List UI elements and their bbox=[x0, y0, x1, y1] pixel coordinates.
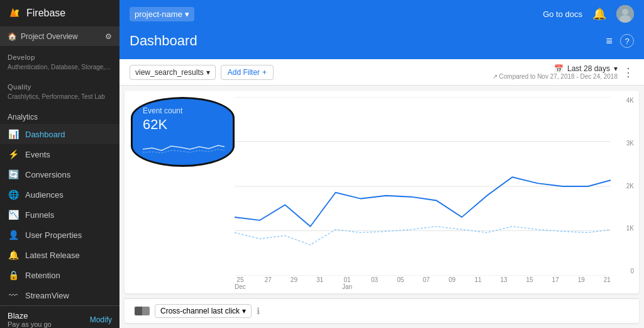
nav-funnels-icon: 📉 bbox=[8, 210, 19, 220]
channel-icon bbox=[135, 307, 150, 315]
nav-user-properties-icon: 👤 bbox=[8, 230, 19, 240]
nav-streamview-label: StreamView bbox=[25, 291, 69, 300]
gear-icon[interactable]: ⚙ bbox=[105, 32, 112, 41]
event-card-count: 62K bbox=[143, 116, 223, 133]
channel-label: Cross-channel last click bbox=[160, 307, 240, 315]
event-count-card: Event count 62K bbox=[131, 97, 235, 167]
date-range-selector[interactable]: 📅 Last 28 days ▾ bbox=[554, 64, 618, 73]
sidebar-item-events[interactable]: ⚡ Events bbox=[0, 144, 119, 164]
nav-latest-release-label: Latest Release bbox=[25, 251, 80, 260]
notifications-icon[interactable]: 🔔 bbox=[592, 7, 606, 21]
sidebar-item-streamview[interactable]: 〰 StreamView bbox=[0, 285, 119, 305]
date-compared-label: ↗ Compared to Nov 27, 2018 - Dec 24, 201… bbox=[492, 73, 618, 80]
customize-icon[interactable]: ≡ bbox=[606, 35, 613, 48]
project-name-label: project-name bbox=[135, 9, 182, 19]
nav-dashboard-icon: 📊 bbox=[8, 129, 19, 139]
main-chart bbox=[235, 97, 611, 276]
nav-conversions-label: Conversions bbox=[25, 170, 70, 179]
more-options-button[interactable]: ⋮ bbox=[623, 65, 634, 79]
filter-value-label: view_search_results bbox=[135, 68, 204, 77]
nav-retention-label: Retention bbox=[25, 271, 60, 280]
chart-area: Event count 62K 4K 3K 2K 1K bbox=[125, 91, 639, 293]
sidebar-item-audiences[interactable]: 🌐 Audiences bbox=[0, 184, 119, 205]
sidebar: Firebase 🏠 Project Overview ⚙ Develop Au… bbox=[0, 0, 119, 328]
project-overview-label: Project Overview bbox=[21, 32, 78, 41]
sidebar-item-user-properties[interactable]: 👤 User Properties bbox=[0, 225, 119, 245]
sidebar-item-latest-release[interactable]: 🔔 Latest Release bbox=[0, 245, 119, 265]
bottom-bar: Cross-channel last click ▾ ℹ bbox=[125, 298, 639, 323]
dashboard-header: Dashboard ≡ ? bbox=[119, 28, 644, 59]
quality-section-title: Quality bbox=[0, 76, 119, 93]
svg-point-2 bbox=[619, 15, 631, 23]
nav-events-icon: ⚡ bbox=[8, 149, 19, 159]
sidebar-item-conversions[interactable]: 🔄 Conversions bbox=[0, 164, 119, 184]
filter-bar: view_search_results ▾ Add Filter + 📅 Las… bbox=[119, 59, 644, 86]
nav-streamview-icon: 〰 bbox=[8, 290, 19, 300]
modify-button[interactable]: Modify bbox=[90, 315, 112, 324]
event-filter-dropdown[interactable]: view_search_results ▾ bbox=[130, 65, 216, 80]
help-icon[interactable]: ? bbox=[620, 34, 634, 48]
nav-funnels-label: Funnels bbox=[25, 210, 54, 220]
sidebar-bottom: Blaze Pay as you go Modify bbox=[0, 305, 119, 328]
sidebar-item-dashboard[interactable]: 📊 Dashboard bbox=[0, 124, 119, 144]
dashboard-title: Dashboard bbox=[130, 33, 197, 49]
add-icon: + bbox=[262, 68, 267, 77]
home-icon: 🏠 bbox=[8, 32, 17, 41]
app-name: Firebase bbox=[26, 8, 65, 19]
info-icon[interactable]: ℹ bbox=[257, 306, 260, 316]
nav-dashboard-label: Dashboard bbox=[25, 130, 65, 139]
svg-point-1 bbox=[622, 9, 628, 15]
nav-events-label: Events bbox=[25, 150, 50, 159]
sidebar-header: Firebase bbox=[0, 0, 119, 27]
user-avatar[interactable] bbox=[616, 5, 634, 23]
topbar: project-name ▾ Go to docs 🔔 bbox=[119, 0, 644, 28]
main-content: project-name ▾ Go to docs 🔔 Dashboard ≡ … bbox=[119, 0, 644, 328]
develop-section-subtitle: Authentication, Database, Storage,... bbox=[0, 64, 119, 76]
add-filter-button[interactable]: Add Filter + bbox=[221, 65, 274, 80]
project-overview-bar[interactable]: 🏠 Project Overview ⚙ bbox=[0, 27, 119, 46]
nav-latest-release-icon: 🔔 bbox=[8, 250, 19, 260]
sidebar-nav: 📊 Dashboard ⚡ Events 🔄 Conversions 🌐 Aud… bbox=[0, 124, 119, 305]
filter-chevron-icon: ▾ bbox=[206, 68, 210, 77]
nav-user-properties-label: User Properties bbox=[25, 230, 82, 240]
nav-conversions-icon: 🔄 bbox=[8, 169, 19, 179]
sidebar-item-retention[interactable]: 🔒 Retention bbox=[0, 265, 119, 285]
event-card-title: Event count bbox=[143, 106, 223, 115]
nav-audiences-icon: 🌐 bbox=[8, 189, 19, 200]
channel-dropdown[interactable]: Cross-channel last click ▾ bbox=[155, 304, 252, 318]
chart-y-labels: 4K 3K 2K 1K 0 bbox=[626, 97, 634, 274]
project-selector[interactable]: project-name ▾ bbox=[130, 7, 194, 21]
chart-x-labels: 25Dec 27 29 31 01Jan 03 05 07 09 11 13 1… bbox=[235, 276, 611, 290]
plan-name: Blaze bbox=[8, 311, 52, 320]
calendar-icon: 📅 bbox=[554, 64, 564, 73]
plan-subtitle: Pay as you go bbox=[8, 320, 52, 328]
quality-section-subtitle: Crashlytics, Performance, Test Lab bbox=[0, 93, 119, 105]
analytics-section-title: Analytics bbox=[0, 105, 119, 124]
sparkline-chart bbox=[143, 137, 225, 156]
develop-section-title: Develop bbox=[0, 46, 119, 64]
date-chevron-icon: ▾ bbox=[614, 64, 618, 73]
firebase-logo-icon bbox=[8, 6, 21, 20]
goto-docs-link[interactable]: Go to docs bbox=[543, 9, 582, 19]
date-range-label: Last 28 days bbox=[567, 64, 610, 73]
nav-retention-icon: 🔒 bbox=[8, 270, 19, 280]
channel-chevron-icon: ▾ bbox=[242, 307, 246, 315]
chevron-down-icon: ▾ bbox=[185, 9, 189, 19]
nav-audiences-label: Audiences bbox=[25, 190, 64, 200]
sidebar-item-funnels[interactable]: 📉 Funnels bbox=[0, 205, 119, 225]
add-filter-label: Add Filter bbox=[228, 68, 260, 77]
